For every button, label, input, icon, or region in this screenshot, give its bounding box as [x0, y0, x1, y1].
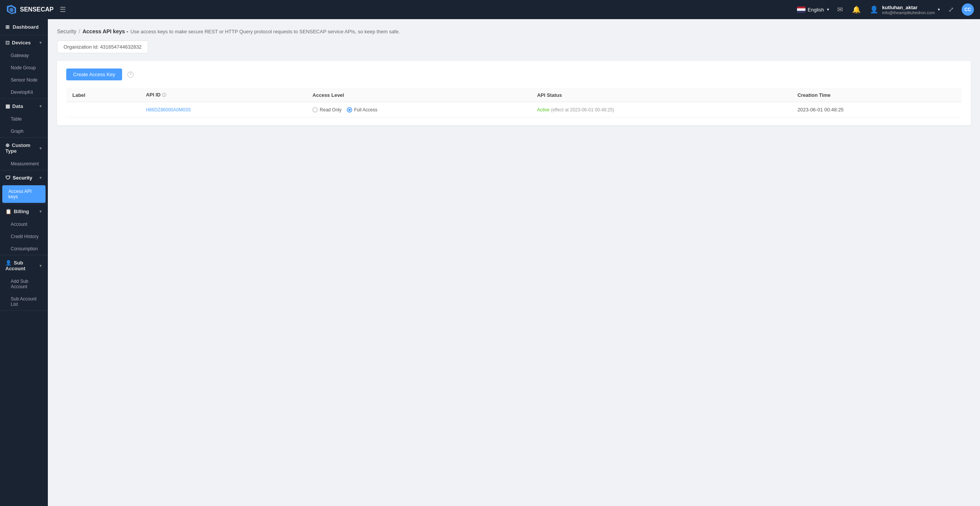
- main-content: Security / Access API keys - Use access …: [48, 19, 980, 506]
- table-container: Label API ID ⓘ Access Level API Status: [66, 88, 962, 118]
- sidebar-item-table[interactable]: Table: [0, 113, 48, 125]
- sensecap-logo-icon: [6, 4, 17, 15]
- custom-type-chevron-icon: ▼: [39, 146, 42, 150]
- user-email: info@theamplituhedron.com: [882, 10, 935, 15]
- org-id-box: Organization Id: 431654744632832: [57, 41, 148, 53]
- create-access-key-button[interactable]: Create Access Key: [66, 69, 122, 80]
- sub-account-chevron-icon: ▼: [39, 264, 42, 268]
- bell-icon[interactable]: 🔔: [851, 4, 862, 15]
- sidebar-item-add-sub-account[interactable]: Add Sub Account: [0, 275, 48, 293]
- sidebar-item-sensor-node[interactable]: Sensor Node: [0, 74, 48, 86]
- full-access-label: Full Access: [354, 107, 377, 113]
- cell-label: [66, 102, 140, 118]
- sidebar-section-header-security[interactable]: 🛡Security ▼: [0, 170, 48, 184]
- devices-label: Devices: [12, 40, 31, 46]
- billing-label: Billing: [14, 209, 29, 214]
- api-id-info-icon[interactable]: ⓘ: [162, 93, 166, 97]
- sidebar-item-sub-account-list[interactable]: Sub Account List: [0, 293, 48, 310]
- avatar: CC: [962, 3, 974, 16]
- breadcrumb-description: Use access keys to make secure REST or H…: [131, 29, 400, 34]
- dashboard-label: Dashboard: [13, 24, 39, 30]
- sidebar-section-security: 🛡Security ▼ Access API keys: [0, 170, 48, 204]
- sidebar-section-header-devices[interactable]: ⊡Devices ▼: [0, 35, 48, 49]
- navbar-left: SENSECAP ☰: [6, 4, 66, 15]
- col-label: Label: [66, 88, 140, 102]
- sidebar-section-sub-account: 👤Sub Account ▼ Add Sub Account Sub Accou…: [0, 255, 48, 311]
- billing-icon: 📋: [5, 209, 11, 214]
- cell-creation-time: 2023-06-01 00:48:25: [791, 102, 962, 118]
- cell-access-level: Read Only Full Access: [306, 102, 531, 118]
- read-only-label: Read Only: [320, 107, 341, 113]
- table-header: Label API ID ⓘ Access Level API Status: [66, 88, 962, 102]
- breadcrumb-separator: /: [79, 28, 80, 34]
- data-icon: ▦: [5, 103, 10, 109]
- breadcrumb-page: Access API keys -: [82, 28, 128, 34]
- security-icon: 🛡: [5, 175, 10, 181]
- language-selector[interactable]: English ▼: [797, 7, 830, 13]
- data-chevron-icon: ▼: [39, 104, 42, 108]
- message-icon[interactable]: ✉: [836, 4, 844, 15]
- menu-icon[interactable]: ☰: [60, 5, 66, 14]
- sidebar-section-header-data[interactable]: ▦Data ▼: [0, 99, 48, 113]
- breadcrumb: Security / Access API keys - Use access …: [57, 28, 971, 34]
- app-logo: SENSECAP: [6, 4, 54, 15]
- radio-full-access[interactable]: Full Access: [347, 107, 377, 113]
- billing-chevron-icon: ▼: [39, 209, 42, 214]
- sub-account-icon: 👤: [5, 260, 11, 266]
- navbar: SENSECAP ☰ English ▼ ✉ 🔔 👤 kutluhan_akta…: [0, 0, 980, 19]
- breadcrumb-section: Security: [57, 28, 77, 34]
- sidebar-section-data: ▦Data ▼ Table Graph: [0, 99, 48, 138]
- security-label: Security: [13, 175, 32, 181]
- table-row: H86DZ86000A0M03S Read Only Full Access A…: [66, 102, 962, 118]
- dashboard-icon: ⊞: [5, 24, 10, 30]
- col-api-status: API Status: [531, 88, 791, 102]
- sidebar-item-account[interactable]: Account: [0, 218, 48, 230]
- col-api-id: API ID ⓘ: [140, 88, 306, 102]
- sidebar-item-measurement[interactable]: Measurement: [0, 158, 48, 170]
- col-creation-time: Creation Time: [791, 88, 962, 102]
- cell-api-status: Active (effect at 2023-06-01 00:48:25): [531, 102, 791, 118]
- custom-type-icon: ⊕: [5, 142, 10, 148]
- user-details: kutluhan_aktar info@theamplituhedron.com: [882, 5, 935, 15]
- sidebar-item-node-group[interactable]: Node Group: [0, 62, 48, 74]
- sidebar-item-graph[interactable]: Graph: [0, 125, 48, 137]
- devices-icon: ⊡: [5, 40, 10, 46]
- table-body: H86DZ86000A0M03S Read Only Full Access A…: [66, 102, 962, 118]
- help-icon[interactable]: ?: [127, 72, 134, 78]
- radio-read-only-btn[interactable]: [312, 107, 318, 113]
- status-badge: Active: [537, 107, 550, 113]
- radio-read-only[interactable]: Read Only: [312, 107, 341, 113]
- sidebar-section-header-billing[interactable]: 📋Billing ▼: [0, 204, 48, 218]
- user-chevron-icon: ▼: [937, 8, 941, 11]
- sidebar-section-billing: 📋Billing ▼ Account Credit History Consum…: [0, 204, 48, 255]
- expand-icon[interactable]: ⤢: [947, 4, 956, 15]
- lang-chevron-icon: ▼: [826, 8, 830, 11]
- layout: ⊞ Dashboard ⊡Devices ▼ Gateway Node Grou…: [0, 19, 980, 506]
- col-access-level: Access Level: [306, 88, 531, 102]
- sidebar-item-access-api-keys[interactable]: Access API keys: [2, 185, 46, 203]
- user-info: 👤 kutluhan_aktar info@theamplituhedron.c…: [868, 4, 941, 15]
- status-effect: (effect at 2023-06-01 00:48:25): [551, 107, 614, 113]
- sidebar-item-consumption[interactable]: Consumption: [0, 243, 48, 255]
- sidebar-item-developkit[interactable]: DevelopKit: [0, 86, 48, 98]
- sidebar-section-devices: ⊡Devices ▼ Gateway Node Group Sensor Nod…: [0, 35, 48, 99]
- org-id-label: Organization Id: 431654744632832: [64, 44, 142, 50]
- sidebar-section-header-sub-account[interactable]: 👤Sub Account ▼: [0, 255, 48, 275]
- devices-chevron-icon: ▼: [39, 41, 42, 45]
- sidebar-section-header-custom-type[interactable]: ⊕Custom Type ▼: [0, 138, 48, 158]
- sidebar-item-dashboard[interactable]: ⊞ Dashboard: [0, 19, 48, 35]
- language-label: English: [808, 7, 824, 13]
- table-header-row: Label API ID ⓘ Access Level API Status: [66, 88, 962, 102]
- sidebar-item-gateway[interactable]: Gateway: [0, 49, 48, 62]
- content-card: Create Access Key ? Label API ID ⓘ: [57, 61, 971, 125]
- data-label: Data: [12, 103, 23, 109]
- api-keys-table: Label API ID ⓘ Access Level API Status: [66, 88, 962, 118]
- navbar-right: English ▼ ✉ 🔔 👤 kutluhan_aktar info@thea…: [797, 3, 974, 16]
- create-button-label: Create Access Key: [73, 72, 115, 77]
- action-row: Create Access Key ?: [66, 69, 962, 80]
- api-id-link[interactable]: H86DZ86000A0M03S: [146, 107, 191, 113]
- radio-full-access-btn[interactable]: [347, 107, 352, 113]
- access-level-group: Read Only Full Access: [312, 107, 525, 113]
- sidebar-item-credit-history[interactable]: Credit History: [0, 230, 48, 243]
- user-name: kutluhan_aktar: [882, 5, 935, 10]
